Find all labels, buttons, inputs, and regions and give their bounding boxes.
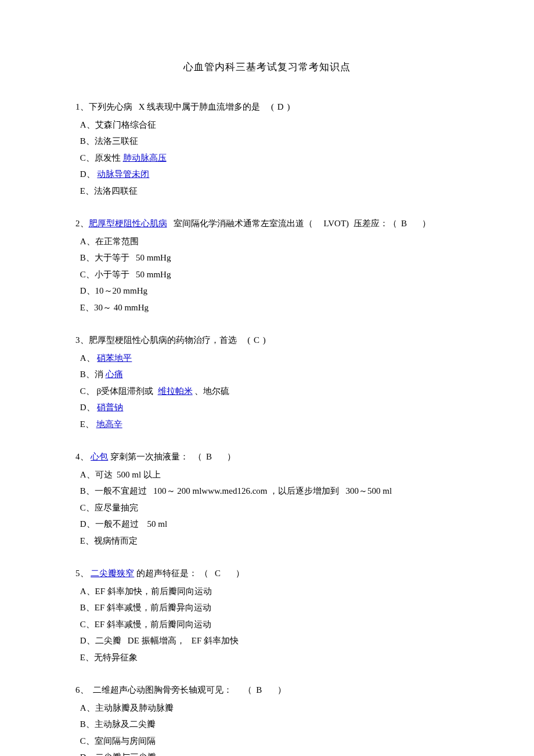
- option-letter: C: [78, 736, 86, 746]
- option-letter: B: [78, 370, 86, 379]
- option-letter: E: [78, 303, 85, 312]
- question: 3、肥厚型梗阻性心肌病的药物治疗，首选 ( C ) A、 硝苯地平 B、消 心痛…: [75, 332, 459, 432]
- keyword-link[interactable]: 肺动脉高压: [123, 153, 167, 162]
- option-letter: D: [78, 169, 86, 179]
- option: A、EF 斜率加快，前后瓣同向运动: [75, 583, 459, 600]
- question-stem: 3、肥厚型梗阻性心肌病的药物治疗，首选 ( C ): [75, 332, 459, 349]
- option: D、二尖瓣与三尖瓣: [75, 749, 459, 756]
- option: A、艾森门格综合征: [75, 117, 459, 133]
- keyword-link[interactable]: 地高辛: [96, 419, 122, 429]
- page-title: 心血管内科三基考试复习常考知识点: [75, 58, 459, 77]
- keyword-link[interactable]: 动脉导管未闭: [97, 169, 149, 179]
- option: C、原发性 肺动脉高压: [75, 150, 459, 167]
- option-letter: D: [78, 519, 86, 529]
- option-letter: A: [78, 587, 86, 596]
- option: B、大于等于 50 mmHg: [75, 249, 459, 266]
- option: B、EF 斜率减慢，前后瓣异向运动: [75, 599, 459, 616]
- question-stem: 4、 心包 穿刺第一次抽液量： （ B ）: [75, 448, 459, 465]
- option: B、主动脉及二尖瓣: [75, 716, 459, 733]
- option-letter: C: [78, 386, 86, 396]
- option-letter: A: [78, 120, 86, 129]
- option-letter: A: [78, 353, 86, 363]
- question-number: 6: [75, 685, 80, 694]
- option: B、法洛三联征: [75, 133, 459, 150]
- option-letter: E: [78, 653, 85, 662]
- option: E、30～ 40 mmHg: [75, 299, 459, 316]
- option-letter: A: [78, 470, 86, 479]
- option-letter: C: [78, 270, 86, 279]
- question: 1、下列先心病 X 线表现中属于肺血流增多的是 ( D ) A、艾森门格综合征 …: [75, 99, 459, 199]
- option: A、可达 500 ml 以上: [75, 466, 459, 483]
- document-page: 心血管内科三基考试复习常考知识点 1、下列先心病 X 线表现中属于肺血流增多的是…: [0, 0, 534, 756]
- option: E、无特异征象: [75, 649, 459, 666]
- answer-marker: ( D ): [271, 102, 290, 111]
- question-number: 2: [75, 219, 80, 228]
- option: C、室间隔与房间隔: [75, 733, 459, 750]
- option-letter: B: [78, 719, 86, 729]
- option-letter: B: [78, 253, 86, 262]
- option: D、 动脉导管未闭: [75, 166, 459, 183]
- option: D、 硝普钠: [75, 399, 459, 416]
- option: D、10～20 mmHg: [75, 283, 459, 299]
- question-number: 1: [75, 102, 80, 111]
- option-letter: D: [78, 636, 86, 645]
- option: C、EF 斜率减慢，前后瓣同向运动: [75, 616, 459, 633]
- keyword-link[interactable]: 心痛: [106, 370, 123, 379]
- keyword-link[interactable]: 心包: [91, 452, 108, 461]
- option-letter: B: [78, 136, 86, 146]
- option-letter: A: [78, 703, 86, 712]
- question: 2、肥厚型梗阻性心肌病 室间隔化学消融术通常左室流出道（ LVOT) 压差应：（…: [75, 215, 459, 316]
- option: E、视病情而定: [75, 533, 459, 549]
- option: A、 硝苯地平: [75, 350, 459, 367]
- question-stem: 1、下列先心病 X 线表现中属于肺血流增多的是 ( D ): [75, 99, 459, 115]
- option-letter: E: [78, 536, 85, 545]
- keyword-link[interactable]: 硝苯地平: [97, 353, 132, 363]
- option-letter: B: [78, 486, 86, 495]
- keyword-link[interactable]: 二尖瓣狭窄: [91, 569, 134, 578]
- option-letter: D: [78, 403, 86, 412]
- option-letter: D: [78, 286, 86, 295]
- option-letter: A: [78, 237, 86, 246]
- option: D、二尖瓣 DE 振幅增高， EF 斜率加快: [75, 632, 459, 649]
- option-letter: C: [78, 620, 86, 629]
- question-stem: 2、肥厚型梗阻性心肌病 室间隔化学消融术通常左室流出道（ LVOT) 压差应：（…: [75, 215, 459, 232]
- option: B、一般不宜超过 100～ 200 mlwww.med126.com ，以后逐步…: [75, 483, 459, 500]
- keyword-link[interactable]: 肥厚型梗阻性心肌病: [89, 219, 167, 228]
- option: E、 地高辛: [75, 416, 459, 433]
- option: C、应尽量抽完: [75, 500, 459, 516]
- question-number: 3: [75, 335, 80, 345]
- option: C、 β受体阻滞剂或 维拉帕米 、地尔硫: [75, 383, 459, 400]
- question: 4、 心包 穿刺第一次抽液量： （ B ） A、可达 500 ml 以上 B、一…: [75, 448, 459, 549]
- question: 6、 二维超声心动图胸骨旁长轴观可见： （ B ） A、主动脉瓣及肺动脉瓣 B、…: [75, 682, 459, 756]
- option: D、一般不超过 50 ml: [75, 516, 459, 533]
- answer-marker: ( C ): [247, 335, 266, 345]
- option: C、小于等于 50 mmHg: [75, 266, 459, 283]
- option-letter: B: [78, 603, 86, 612]
- option: B、消 心痛: [75, 366, 459, 383]
- question-number: 5: [75, 569, 80, 578]
- option-letter: C: [78, 503, 86, 512]
- question-number: 4: [75, 452, 80, 461]
- keyword-link[interactable]: 硝普钠: [97, 403, 123, 412]
- option-letter: C: [78, 153, 86, 162]
- option: A、主动脉瓣及肺动脉瓣: [75, 700, 459, 717]
- question-stem: 6、 二维超声心动图胸骨旁长轴观可见： （ B ）: [75, 682, 459, 699]
- question: 5、 二尖瓣狭窄 的超声特征是： （ C ） A、EF 斜率加快，前后瓣同向运动…: [75, 565, 459, 665]
- question-stem: 5、 二尖瓣狭窄 的超声特征是： （ C ）: [75, 565, 459, 582]
- option-letter: E: [78, 186, 85, 196]
- questions-container: 1、下列先心病 X 线表现中属于肺血流增多的是 ( D ) A、艾森门格综合征 …: [75, 99, 459, 756]
- option: A、在正常范围: [75, 233, 459, 250]
- keyword-link[interactable]: 维拉帕米: [158, 386, 193, 396]
- option-letter: D: [78, 753, 86, 756]
- option: E、法洛四联征: [75, 183, 459, 200]
- option-letter: E: [78, 419, 85, 429]
